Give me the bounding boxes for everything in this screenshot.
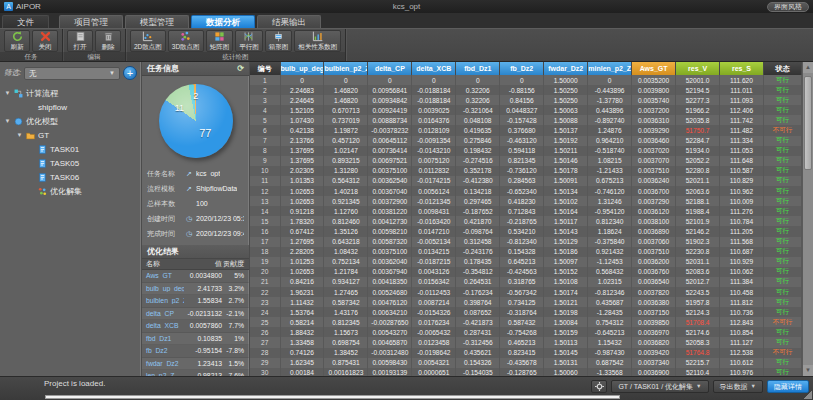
table-row[interactable]: 261.884321.156730.00543270-0.00654320.28…	[250, 327, 802, 337]
table-row[interactable]: 22.246831.468200.00956841-0.01881840.322…	[250, 85, 802, 95]
column-header-fwdar_Dz2[interactable]: fwdar_Dz2	[544, 62, 588, 75]
table-row[interactable]: 60.421381.19872-0.003782320.01281090.419…	[250, 125, 802, 135]
table-row[interactable]: 221.962311.274650.00524680-0.0112453-0.1…	[250, 287, 802, 297]
tree-item-TASK01[interactable]: TASK01	[4, 142, 137, 156]
scroll-down-icon[interactable]: ▼	[803, 365, 813, 376]
objective-row[interactable]: delta_CP-0.0213132-2.1%	[142, 308, 249, 321]
column-header-minlen_p2_Z[interactable]: minlen_p2_Z	[588, 62, 632, 75]
refresh-small-icon[interactable]: ⟳	[237, 64, 244, 73]
objective-contribution: 3.2%	[222, 285, 249, 292]
table-row[interactable]: 151.783200.8124600.00412730-0.01634200.4…	[250, 216, 802, 226]
column-header-delta_XCB[interactable]: delta_XCB	[412, 62, 456, 75]
objective-row[interactable]: bulb_up_deg2.417333.2%	[142, 283, 249, 296]
table-row[interactable]: 91.376950.8932150.006975210.0075120-0.27…	[250, 156, 802, 166]
tab-0[interactable]: 文件	[2, 15, 49, 28]
table-row[interactable]: 271.334580.6987540.004658700.0123458-0.3…	[250, 337, 802, 347]
cell: 52174.6	[676, 327, 720, 337]
table-row[interactable]: 131.026530.9213450.00372900-0.01213450.2…	[250, 196, 802, 206]
table-row[interactable]: 51.074300.7370190.008887340.01643760.048…	[250, 115, 802, 125]
tree-item-shipflow[interactable]: shipflow	[4, 100, 137, 114]
table-row[interactable]: 182.282051.084320.003751000.0134215-0.24…	[250, 247, 802, 257]
objective-row[interactable]: delta_XCB0.00578607.7%	[142, 320, 249, 333]
table-row[interactable]: 191.012530.7521340.00362040-0.01872150.1…	[250, 257, 802, 267]
table-row[interactable]: 171.276950.6432180.00587320-0.00521340.3…	[250, 237, 802, 247]
tab-2[interactable]: 模型管理	[125, 15, 189, 28]
table-row[interactable]: 140.912181.127600.003812200.0098431-0.18…	[250, 206, 802, 216]
ribbon-button-label: 矩阵图	[210, 43, 230, 52]
table-row[interactable]: 121.026531.402180.003670400.00561240.134…	[250, 186, 802, 196]
hide-details-button[interactable]: 隐藏详情	[767, 380, 809, 393]
tree-item-优化解集[interactable]: 优化解集	[4, 184, 137, 198]
breadcrumb-button[interactable]: GT / TASK01 / 优化解集 ▼	[611, 380, 708, 393]
tree-item-TASK05[interactable]: TASK05	[4, 156, 137, 170]
expand-arrow-icon[interactable]: ▼	[4, 118, 11, 124]
table-row[interactable]: 210.842160.9341270.004183500.01563420.26…	[250, 277, 802, 287]
table-row[interactable]: 231.114320.5873420.004761200.00872140.39…	[250, 297, 802, 307]
ribbon-button-label: 箱形图	[269, 43, 289, 52]
ribbon-button-3D散点图[interactable]: 3D散点图	[168, 30, 204, 52]
scroll-up-icon[interactable]: ▲	[803, 62, 813, 73]
ribbon-button-平行图[interactable]: 平行图	[235, 30, 263, 52]
tree-item-优化模型[interactable]: ▼优化模型	[4, 114, 137, 128]
column-header-delta_CP[interactable]: delta_CP	[368, 62, 412, 75]
cell: 0.0037340	[632, 358, 676, 368]
resize-grip[interactable]	[804, 391, 812, 399]
expand-arrow-icon[interactable]: ▼	[4, 90, 11, 96]
table-row[interactable]: 81.376951.021470.00736414-0.01432100.198…	[250, 146, 802, 156]
table-row[interactable]: 32.246451.468200.00934842-0.01881840.322…	[250, 95, 802, 105]
table-row[interactable]: 10000001.5000000.003520052001.0111.620可行	[250, 75, 802, 85]
column-header-Aws_GT[interactable]: Aws_GT	[632, 62, 676, 75]
objective-row[interactable]: fbd_Dz10.108351%	[142, 333, 249, 346]
column-header-fbd_Dz1[interactable]: fbd_Dz1	[456, 62, 500, 75]
filter-dropdown[interactable]: 无 ▼	[24, 67, 120, 80]
table-row[interactable]: 201.026531.217840.003679400.0043126-0.35…	[250, 267, 802, 277]
tab-3[interactable]: 数据分析	[191, 15, 255, 28]
ribbon-button-删除[interactable]: 删除	[95, 30, 121, 52]
table-row[interactable]: 72.137660.4571200.00645112-0.00913540.27…	[250, 136, 802, 146]
tab-4[interactable]: 结果输出	[257, 15, 321, 28]
tab-1[interactable]: 项目管理	[59, 15, 123, 28]
vertical-scrollbar[interactable]: ▲ ▼	[802, 62, 813, 376]
cell: -0.645213	[588, 327, 632, 337]
add-button[interactable]: +	[123, 66, 137, 80]
table-row[interactable]: 250.582140.812345-0.002876500.0176234-0.…	[250, 317, 802, 327]
tree-item-GT[interactable]: ▼GT	[4, 128, 137, 142]
ribbon-button-箱形图[interactable]: 箱形图	[265, 30, 293, 52]
settings-button[interactable]	[591, 380, 607, 393]
cell: 1.40218	[324, 186, 368, 196]
scrollbar-thumb[interactable]	[804, 76, 812, 170]
column-header-bulblen_p2_Z[interactable]: bulblen_p2_Z	[324, 62, 368, 75]
tree-item-计算流程[interactable]: ▼计算流程	[4, 86, 137, 100]
objective-row[interactable]: fwdar_Dz21.234131.5%	[142, 358, 249, 371]
table-row[interactable]: 280.741261.38452-0.00312480-0.01986420.4…	[250, 348, 802, 358]
ribbon-button-刷新[interactable]: 刷新	[4, 30, 30, 52]
cell: 0.154326	[456, 358, 500, 368]
table-row[interactable]: 291.623450.8754310.005984300.00543210.15…	[250, 358, 802, 368]
ribbon-button-相关性系数图[interactable]: 相关性系数图	[294, 30, 341, 52]
tree-item-label: TASK01	[50, 145, 79, 154]
table-row[interactable]: 41.521050.6707130.009244190.0039025-0.32…	[250, 105, 802, 115]
column-header-fb_Dz2[interactable]: fb_Dz2	[500, 62, 544, 75]
ribbon-button-打开[interactable]: 打开	[67, 30, 93, 52]
status-badge: 可行	[776, 116, 789, 123]
tree-item-TASK06[interactable]: TASK06	[4, 170, 137, 184]
skin-button[interactable]: 界面风格	[767, 2, 809, 12]
table-row[interactable]: 102.023051.312800.003751000.01128320.352…	[250, 166, 802, 176]
column-header-状态[interactable]: 状态	[764, 62, 802, 75]
ribbon-button-2D散点图[interactable]: 2D散点图	[130, 30, 166, 52]
expand-arrow-icon[interactable]: ▼	[16, 132, 23, 138]
ribbon-button-关闭[interactable]: 关闭	[32, 30, 58, 52]
objective-row[interactable]: bulblen_p2_Z1.558342.7%	[142, 295, 249, 308]
column-header-编号[interactable]: 编号	[250, 62, 280, 75]
column-header-res_S[interactable]: res_S	[720, 62, 764, 75]
cell: -0.412380	[456, 176, 500, 186]
export-button[interactable]: 导出数据 ▼	[713, 380, 763, 393]
column-header-res_V[interactable]: res_V	[676, 62, 720, 75]
objective-row[interactable]: fb_Dz2-0.95154-7.8%	[142, 345, 249, 358]
objective-row[interactable]: Aws_GT0.00348005%	[142, 270, 249, 283]
column-header-bulb_up_deg[interactable]: bulb_up_deg	[280, 62, 324, 75]
ribbon-button-矩阵图[interactable]: 矩阵图	[206, 30, 234, 52]
table-row[interactable]: 241.537641.431760.00634210-0.01543260.08…	[250, 307, 802, 317]
table-row[interactable]: 160.674121.351260.005982100.0147210-0.09…	[250, 226, 802, 236]
table-row[interactable]: 111.013530.5643120.00362540-0.0174215-0.…	[250, 176, 802, 186]
